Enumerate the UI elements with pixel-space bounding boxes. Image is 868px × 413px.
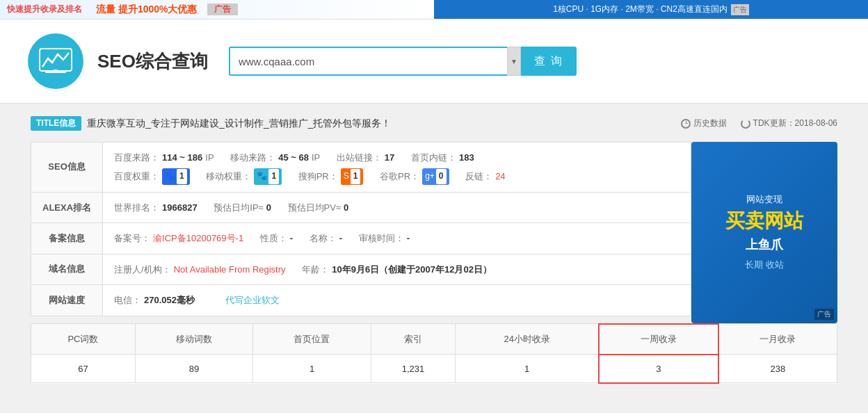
daily-ip-val: 0: [266, 200, 271, 216]
beian-link[interactable]: 渝ICP备10200769号-1: [153, 230, 243, 246]
title-badge: TITLE信息: [31, 116, 81, 131]
stats-header-4: 24小时收录: [456, 324, 599, 355]
seo-row2: 百度权重： 🐾 1 移动权重： 🐾 1: [114, 168, 680, 185]
baidu-lulu: 百度来路： 114 ~ 186 IP: [114, 149, 214, 165]
stats-cell-4: 1: [456, 355, 599, 383]
baidu-quan: 百度权重： 🐾 1: [114, 168, 190, 185]
beian-content: 备案号： 渝ICP备10200769号-1 性质： - 名称： - 审核时间： …: [103, 223, 691, 254]
ad-desc: 长期 收站: [745, 259, 784, 271]
seo-info-label: SEO信息: [31, 143, 103, 193]
mobile-quan: 移动权重： 🐾 1: [206, 168, 282, 185]
back-links: 反链： 24: [465, 168, 505, 184]
alexa-content: 世界排名： 1966827 预估日均IP≈ 0 预估日均PV≈ 0: [103, 192, 691, 222]
stats-header-2: 首页位置: [253, 324, 371, 355]
out-links: 出站链接： 17: [337, 149, 394, 165]
beian-hao: 备案号： 渝ICP备10200769号-1: [114, 230, 243, 246]
header-title: SEO综合查询: [97, 49, 208, 74]
domain-content: 注册人/机构： Not Available From Registry 年龄： …: [103, 254, 691, 284]
domain-age-val: 10年9月6日（创建于2007年12月02日）: [332, 261, 492, 277]
svg-rect-0: [40, 49, 72, 71]
stats-table: PC词数移动词数首页位置索引24小时收录一周收录一月收录 678911,2311…: [31, 323, 837, 384]
content-area: TITLE信息 重庆微享互动_专注于网站建设_设计制作_营销推广_托管外包等服务…: [17, 104, 851, 391]
speed-label: 网站速度: [31, 285, 103, 316]
search-button[interactable]: 查 询: [521, 47, 577, 76]
domain-label: 域名信息: [31, 254, 103, 284]
title-bar-left: TITLE信息 重庆微享互动_专注于网站建设_设计制作_营销推广_托管外包等服务…: [31, 116, 391, 131]
ad-sidebar[interactable]: 网站变现 买卖网站 上鱼爪 长期 收站 广告: [691, 142, 837, 323]
svg-rect-2: [54, 70, 58, 72]
seo-info-row: SEO信息 百度来路： 114 ~ 186 IP 移动来路： 45 ~ 68 I…: [31, 143, 691, 193]
search-input[interactable]: [229, 47, 507, 76]
google-pr: 谷歌PR： g+ 0: [380, 168, 449, 185]
stats-header-6: 一月收录: [718, 324, 837, 355]
shenhe-time-val: -: [407, 230, 410, 246]
stats-header-1: 移动词数: [135, 324, 252, 355]
daixie-link[interactable]: 代写企业软文: [225, 295, 280, 305]
banner-right-ad: 1核CPU · 1G内存 · 2M带宽 · CN2高速直连国内 广告: [434, 0, 868, 19]
google-badge: g+ 0: [422, 168, 449, 185]
banner-right-text: 1核CPU · 1G内存 · 2M带宽 · CN2高速直连国内: [553, 3, 728, 15]
logo: [28, 33, 83, 89]
banner-left-ad-label: 广告: [207, 3, 238, 15]
page-title-text: 重庆微享互动_专注于网站建设_设计制作_营销推广_托管外包等服务！: [87, 118, 391, 130]
telecom-speed-val: 270.052毫秒: [144, 292, 195, 308]
dropdown-arrow[interactable]: ▼: [507, 47, 521, 76]
ad-platform: 上鱼爪: [746, 236, 783, 253]
beian-row: 备案信息 备案号： 渝ICP备10200769号-1 性质： - 名称： -: [31, 223, 691, 254]
registrar-link[interactable]: Not Available From Registry: [174, 261, 286, 277]
stats-cell-2: 1: [253, 355, 371, 383]
top-banner: 快速提升收录及排名 流量 提升1000%大优惠 广告 1核CPU · 1G内存 …: [0, 0, 868, 19]
out-links-val: 17: [385, 149, 394, 165]
banner-mid-text: 流量 提升1000%大优惠: [89, 3, 204, 16]
mobile-badge: 🐾 1: [254, 168, 282, 185]
stats-data-row: 678911,23113238: [31, 355, 837, 383]
title-bar: TITLE信息 重庆微享互动_专注于网站建设_设计制作_营销推广_托管外包等服务…: [31, 111, 837, 136]
sogou-pr: 搜狗PR： S 1: [298, 168, 364, 185]
stats-cell-3: 1,231: [371, 355, 456, 383]
daily-pv: 预估日均PV≈ 0: [288, 200, 349, 216]
alexa-row: ALEXA排名 世界排名： 1966827 预估日均IP≈ 0 预估日均PV≈ …: [31, 192, 691, 222]
xingzhi-val: -: [290, 230, 293, 246]
stats-cell-6: 238: [718, 355, 837, 383]
sogou-badge: S 1: [341, 168, 364, 185]
seo-row1: 百度来路： 114 ~ 186 IP 移动来路： 45 ~ 68 IP 出站链接…: [114, 149, 680, 165]
back-links-link[interactable]: 24: [495, 168, 505, 184]
history-data-link[interactable]: 历史数据: [681, 118, 727, 129]
inner-links: 首页内链： 183: [411, 149, 474, 165]
beian-label: 备案信息: [31, 223, 103, 254]
info-table: SEO信息 百度来路： 114 ~ 186 IP 移动来路： 45 ~ 68 I…: [31, 142, 691, 316]
mingcheng-val: -: [339, 230, 342, 246]
stats-cell-0: 67: [31, 355, 136, 383]
ad-label: 广告: [814, 309, 834, 320]
shenhe-time: 审核时间： -: [359, 230, 410, 246]
mobile-lulu: 移动来路： 45 ~ 68 IP: [230, 149, 320, 165]
stats-header-row: PC词数移动词数首页位置索引24小时收录一周收录一月收录: [31, 324, 837, 355]
daily-ip: 预估日均IP≈ 0: [214, 200, 271, 216]
seo-info-content: 百度来路： 114 ~ 186 IP 移动来路： 45 ~ 68 IP 出站链接…: [103, 143, 691, 193]
xingzhi: 性质： -: [260, 230, 293, 246]
domain-age: 年龄： 10年9月6日（创建于2007年12月02日）: [302, 261, 492, 277]
main-content-row: SEO信息 百度来路： 114 ~ 186 IP 移动来路： 45 ~ 68 I…: [31, 142, 837, 323]
tdk-update: TDK更新：2018-08-06: [741, 118, 837, 129]
baidu-badge: 🐾 1: [162, 168, 190, 185]
refresh-icon: [741, 119, 750, 129]
world-rank: 世界排名： 1966827: [114, 200, 198, 216]
baidu-range: 114 ~ 186: [162, 149, 202, 165]
header: SEO综合查询 ▼ 查 询: [0, 19, 868, 104]
mingcheng: 名称： -: [310, 230, 342, 246]
search-area: ▼ 查 询: [229, 47, 577, 76]
banner-left-text: 快速提升收录及排名: [0, 3, 89, 15]
telecom-speed: 电信： 270.052毫秒: [114, 292, 195, 308]
speed-row: 网站速度 电信： 270.052毫秒 代写企业软文: [31, 285, 691, 316]
registrar: 注册人/机构： Not Available From Registry: [114, 261, 286, 277]
banner-right-ad-label: 广告: [731, 4, 749, 15]
stats-header-0: PC词数: [31, 324, 136, 355]
mobile-range: 45 ~ 68: [278, 149, 309, 165]
banner-left-ad: 快速提升收录及排名 流量 提升1000%大优惠 广告: [0, 0, 434, 19]
title-bar-right: 历史数据 TDK更新：2018-08-06: [681, 118, 837, 129]
logo-icon: [38, 47, 73, 75]
stats-cell-1: 89: [135, 355, 252, 383]
world-rank-val: 1966827: [162, 200, 198, 216]
ad-title-small: 网站变现: [746, 193, 782, 206]
domain-row: 域名信息 注册人/机构： Not Available From Registry…: [31, 254, 691, 284]
